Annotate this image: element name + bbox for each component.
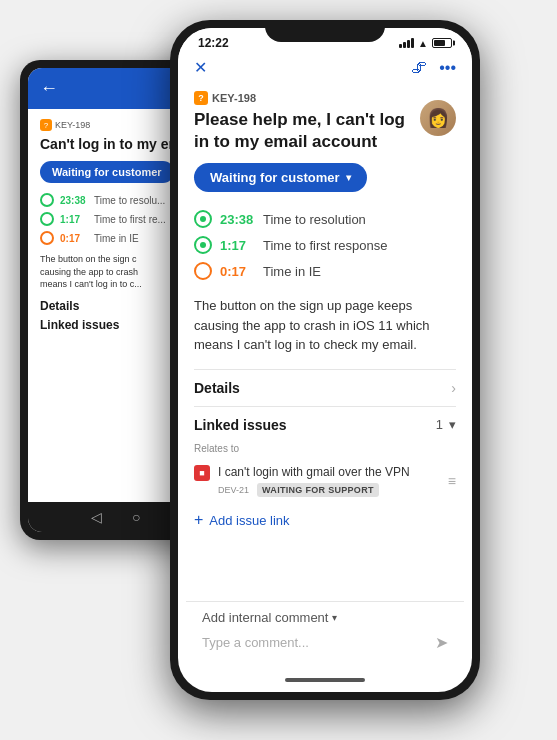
android-timer-val-1: 23:38 (60, 195, 88, 206)
status-time: 12:22 (198, 36, 229, 50)
android-home-nav[interactable]: ○ (132, 509, 140, 525)
relates-to-label: Relates to (194, 443, 456, 454)
comment-chevron-icon: ▾ (332, 612, 337, 623)
timer-value-2: 1:17 (220, 238, 255, 253)
details-title: Details (194, 380, 240, 396)
status-label: Waiting for customer (210, 170, 340, 185)
android-timer-label-1: Time to resolu... (94, 195, 165, 206)
battery-fill (434, 40, 445, 46)
linked-chevron-icon: ▾ (449, 417, 456, 432)
linked-item-left: ■ I can't login with gmail over the VPN … (194, 464, 410, 498)
android-status-button[interactable]: Waiting for customer (40, 161, 174, 183)
linked-item-text-area: I can't login with gmail over the VPN DE… (218, 464, 410, 498)
linked-count-area: 1 ▾ (436, 417, 456, 432)
issue-key: KEY-198 (212, 92, 256, 104)
hamburger-icon[interactable]: ≡ (448, 473, 456, 489)
add-comment-label[interactable]: Add internal comment (202, 610, 328, 625)
issue-title: Please help me, I can't log in to my ema… (194, 109, 456, 153)
signal-bar-1 (399, 44, 402, 48)
timer-value-3: 0:17 (220, 264, 255, 279)
plus-icon: + (194, 511, 203, 529)
add-link-row[interactable]: + Add issue link (194, 503, 456, 537)
timer-orange-icon-3 (40, 231, 54, 245)
wifi-icon: ▲ (418, 38, 428, 49)
toolbar-left: ✕ (194, 58, 207, 77)
timer-label-2: Time to first response (263, 238, 388, 253)
timer-row-3: 0:17 Time in IE (194, 258, 456, 284)
signal-bars-icon (399, 38, 414, 48)
signal-bar-2 (403, 42, 406, 48)
bug-icon: ■ (194, 465, 210, 481)
add-comment-row: Add internal comment ▾ (202, 610, 448, 625)
android-key: KEY-198 (55, 120, 90, 130)
android-question-icon: ? (40, 119, 52, 131)
timer-row-2: 1:17 Time to first response (194, 232, 456, 258)
close-button[interactable]: ✕ (194, 58, 207, 77)
timer-green-icon-2 (40, 212, 54, 226)
timer-section: 23:38 Time to resolution 1:17 Time to fi… (194, 206, 456, 284)
toolbar-right: 🖇 ••• (411, 59, 456, 77)
android-timer-val-3: 0:17 (60, 233, 88, 244)
details-arrow-icon: › (451, 380, 456, 396)
home-indicator (285, 678, 365, 682)
issue-description: The button on the sign up page keeps cau… (194, 296, 456, 355)
comment-bar: Add internal comment ▾ Type a comment...… (186, 601, 464, 662)
issue-type-icon: ? (194, 91, 208, 105)
send-icon[interactable]: ➤ (435, 633, 448, 652)
timer-green-icon-1 (40, 193, 54, 207)
status-icons: ▲ (399, 38, 452, 49)
battery-icon (432, 38, 452, 48)
android-back-nav[interactable]: ◁ (91, 509, 102, 525)
timer-icon-2 (194, 236, 212, 254)
chevron-down-icon: ▾ (346, 172, 351, 183)
linked-status-badge: WAITING FOR SUPPORT (257, 483, 379, 497)
comment-placeholder[interactable]: Type a comment... (202, 635, 309, 650)
android-timer-label-3: Time in IE (94, 233, 139, 244)
details-row[interactable]: Details › (194, 369, 456, 406)
scene: ← ? KEY-198 Can't log in to my em... Wai… (0, 0, 557, 740)
timer-label-1: Time to resolution (263, 212, 366, 227)
timer-label-3: Time in IE (263, 264, 321, 279)
timer-icon-1 (194, 210, 212, 228)
iphone-notch (265, 20, 385, 42)
attach-icon[interactable]: 🖇 (411, 59, 427, 77)
iphone-screen: 12:22 ▲ ✕ (178, 28, 472, 692)
back-arrow-icon[interactable]: ← (40, 78, 58, 99)
phone-iphone: 12:22 ▲ ✕ (170, 20, 480, 700)
comment-input-row: Type a comment... ➤ (202, 633, 448, 652)
signal-bar-3 (407, 40, 410, 48)
signal-bar-4 (411, 38, 414, 48)
android-timer-label-2: Time to first re... (94, 214, 166, 225)
timer-icon-3 (194, 262, 212, 280)
linked-item-text[interactable]: I can't login with gmail over the VPN (218, 464, 410, 481)
linked-title: Linked issues (194, 417, 287, 433)
linked-item-meta: DEV-21 WAITING FOR SUPPORT (218, 483, 410, 497)
linked-item: ■ I can't login with gmail over the VPN … (194, 458, 456, 504)
status-button[interactable]: Waiting for customer ▾ (194, 163, 367, 192)
linked-dev-key: DEV-21 (218, 485, 249, 495)
linked-issues-row[interactable]: Linked issues 1 ▾ (194, 406, 456, 443)
avatar: 👩 (420, 100, 456, 136)
more-button[interactable]: ••• (439, 59, 456, 77)
app-toolbar: ✕ 🖇 ••• (178, 54, 472, 83)
add-link-label: Add issue link (209, 513, 289, 528)
linked-count: 1 (436, 417, 443, 432)
android-timer-val-2: 1:17 (60, 214, 88, 225)
timer-value-1: 23:38 (220, 212, 255, 227)
issue-key-row: ? KEY-198 (194, 91, 456, 105)
issue-content: ? KEY-198 Please help me, I can't log in… (178, 83, 472, 617)
avatar-image: 👩 (427, 107, 449, 129)
timer-row-1: 23:38 Time to resolution (194, 206, 456, 232)
